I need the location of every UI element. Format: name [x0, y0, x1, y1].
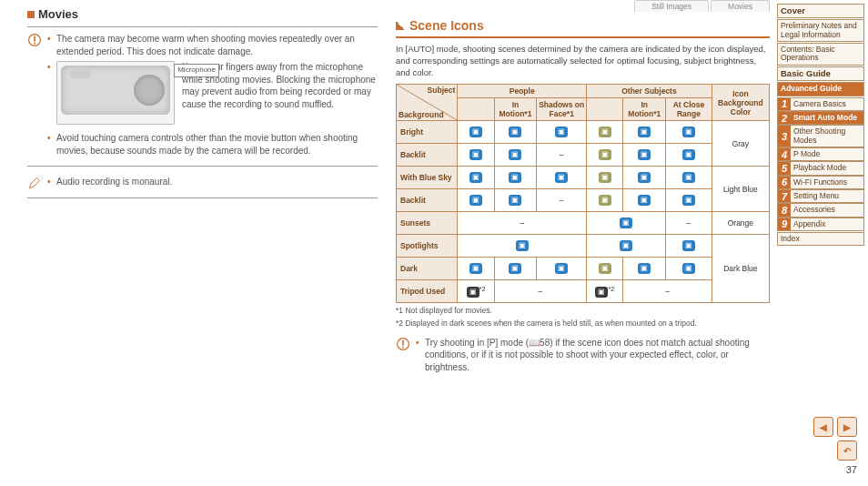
nav-chapter-5[interactable]: 5Playback Mode: [777, 161, 864, 175]
nav-chapter-1[interactable]: 1Camera Basics: [777, 97, 864, 111]
warning-bullets: The camera may become warm when shooting…: [47, 33, 378, 160]
intro-text: In [AUTO] mode, shooting scenes determin…: [396, 44, 770, 78]
bullet-item: The camera may become warm when shooting…: [47, 33, 378, 57]
nav-chapter-8[interactable]: 8Accessories: [777, 203, 864, 217]
nav-chapter-6[interactable]: 6Wi-Fi Functions: [777, 176, 864, 189]
th-corner: Subject Background: [397, 85, 458, 121]
nav-chapter-4[interactable]: 4P Mode: [777, 147, 864, 161]
scene-icons-table: Subject Background People Other Subjects…: [396, 84, 770, 303]
exclamation-icon: [396, 337, 410, 353]
scene-icons-heading: Scene Icons: [396, 18, 770, 33]
nav-chapter-2[interactable]: 2Smart Auto Mode: [777, 111, 864, 125]
svg-line-3: [397, 85, 457, 120]
left-column: Movies The camera may become warm when s…: [0, 0, 387, 486]
tip-text: Try shooting in [P] mode (📖58) if the sc…: [416, 337, 770, 374]
movies-heading: Movies: [27, 7, 378, 21]
bullet-item: Avoid touching camera controls other tha…: [47, 132, 378, 157]
svg-rect-5: [402, 340, 404, 346]
tag-still: Still Images: [634, 0, 709, 12]
svg-rect-2: [34, 43, 35, 45]
next-page-button[interactable]: ▶: [837, 417, 857, 437]
nav-cover[interactable]: Cover: [777, 4, 864, 18]
prev-page-button[interactable]: ◀: [813, 417, 833, 437]
exclamation-icon: [27, 33, 42, 49]
tag-movies: Movies: [711, 0, 770, 12]
page-number: 37: [846, 464, 857, 475]
nav-chapter-3[interactable]: 3Other Shooting Modes: [777, 125, 864, 147]
note-block: Audio recording is monaural.: [27, 176, 378, 192]
nav-index[interactable]: Index: [777, 232, 864, 246]
return-button[interactable]: ↶: [837, 440, 857, 461]
camera-diagram: Microphone: [56, 61, 175, 125]
nav-chapter-7[interactable]: 7Setting Menu: [777, 189, 864, 203]
nav-advanced-guide[interactable]: Advanced Guide: [777, 82, 864, 96]
pencil-icon: [27, 176, 42, 192]
mode-tags: Still Images Movies: [634, 0, 770, 12]
page-controls: ◀ ▶ ↶ 37: [813, 417, 857, 475]
th-icon-bg: Icon Background Color: [712, 85, 769, 121]
warning-block: The camera may become warm when shooting…: [27, 33, 378, 160]
bullet-item: Microphone Keep your fingers away from t…: [47, 61, 378, 128]
nav-chapter-9[interactable]: 9Appendix: [777, 218, 864, 231]
nav-prelim[interactable]: Preliminary Notes and Legal Information: [777, 19, 864, 42]
right-column: Still Images Movies Scene Icons In [AUTO…: [387, 0, 777, 486]
th-other: Other Subjects: [587, 85, 712, 98]
tip-block: Try shooting in [P] mode (📖58) if the sc…: [396, 337, 770, 378]
svg-rect-6: [402, 346, 404, 348]
footnote-2: *2 Displayed in dark scenes when the cam…: [396, 319, 770, 329]
note-text: Audio recording is monaural.: [47, 176, 172, 188]
nav-basic-guide[interactable]: Basic Guide: [777, 66, 864, 81]
footnote-1: *1 Not displayed for movies.: [396, 306, 770, 316]
th-people: People: [458, 85, 587, 98]
sidebar-nav: Cover Preliminary Notes and Legal Inform…: [777, 0, 868, 486]
nav-contents[interactable]: Contents: Basic Operations: [777, 43, 864, 66]
svg-rect-1: [34, 36, 35, 42]
microphone-label: Microphone: [174, 64, 219, 77]
